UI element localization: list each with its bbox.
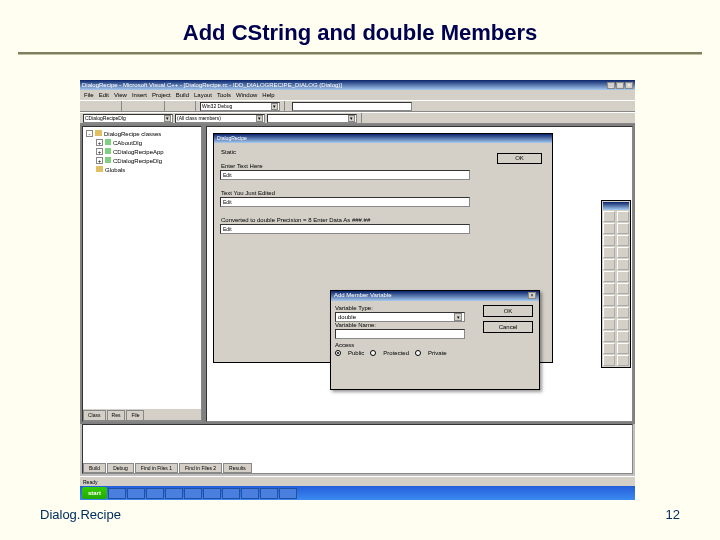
output-tab-debug[interactable]: Debug	[107, 463, 134, 473]
tab-resourceview[interactable]: Res	[107, 410, 126, 420]
find-input[interactable]	[292, 102, 412, 111]
modal-cancel-button[interactable]: Cancel	[483, 321, 533, 333]
tree-item[interactable]: +CAboutDlg	[86, 139, 198, 148]
chevron-down-icon[interactable]: ▾	[454, 313, 462, 321]
task-button[interactable]	[260, 488, 278, 499]
menu-file[interactable]: File	[84, 92, 94, 98]
plus-icon[interactable]: +	[96, 157, 103, 164]
edit-tool-icon[interactable]	[617, 223, 629, 234]
task-button[interactable]	[127, 488, 145, 499]
output-tab-find1[interactable]: Find in Files 1	[135, 463, 178, 473]
class-tree[interactable]: -DialogRecipe classes +CAboutDlg +CDialo…	[83, 127, 201, 409]
combo-tool-icon[interactable]	[603, 259, 615, 270]
menu-window[interactable]: Window	[236, 92, 257, 98]
chevron-down-icon[interactable]: ▾	[271, 103, 278, 110]
menu-insert[interactable]: Insert	[132, 92, 147, 98]
controls-palette[interactable]	[601, 200, 631, 368]
output-tab-results[interactable]: Results	[223, 463, 252, 473]
task-button[interactable]	[108, 488, 126, 499]
start-button[interactable]: start	[82, 487, 107, 499]
undo-icon[interactable]	[169, 101, 179, 111]
menu-tools[interactable]: Tools	[217, 92, 231, 98]
edit-field-3[interactable]: Edit	[220, 224, 470, 234]
paste-icon[interactable]	[150, 101, 160, 111]
tab-tool-icon[interactable]	[603, 319, 615, 330]
list-tool-icon[interactable]	[603, 307, 615, 318]
group-tool-icon[interactable]	[603, 235, 615, 246]
vscroll-tool-icon[interactable]	[617, 271, 629, 282]
pointer-tool-icon[interactable]	[603, 211, 615, 222]
tree-root[interactable]: -DialogRecipe classes	[86, 130, 198, 139]
radio-tool-icon[interactable]	[617, 247, 629, 258]
new-icon[interactable]	[83, 101, 93, 111]
minus-icon[interactable]: -	[86, 130, 93, 137]
maximize-button[interactable]: □	[616, 82, 624, 89]
open-icon[interactable]	[95, 101, 105, 111]
function-combo[interactable]: ▾	[267, 114, 357, 123]
spin-tool-icon[interactable]	[603, 283, 615, 294]
execute-icon[interactable]	[390, 113, 400, 123]
members-combo[interactable]: (All class members) ▾	[175, 114, 265, 123]
menu-build[interactable]: Build	[176, 92, 189, 98]
progress-tool-icon[interactable]	[617, 283, 629, 294]
find-icon[interactable]	[414, 101, 424, 111]
output-tab-build[interactable]: Build	[83, 463, 106, 473]
label-converted[interactable]: Converted to double Precision = 8 Enter …	[220, 217, 371, 223]
tree-item[interactable]: +CDialogRecipeApp	[86, 148, 198, 157]
chevron-down-icon[interactable]: ▾	[348, 115, 355, 122]
dialog-caption[interactable]: DialogRecipe	[214, 134, 552, 143]
task-button[interactable]	[222, 488, 240, 499]
menu-edit[interactable]: Edit	[99, 92, 109, 98]
static-label[interactable]: Static	[220, 149, 237, 155]
plus-icon[interactable]: +	[96, 148, 103, 155]
modal-titlebar[interactable]: Add Member Variable ×	[331, 291, 539, 301]
radio-protected[interactable]	[370, 350, 376, 356]
hotkey-tool-icon[interactable]	[617, 295, 629, 306]
variable-name-input[interactable]	[335, 329, 465, 339]
datetime-tool-icon[interactable]	[617, 331, 629, 342]
animate-tool-icon[interactable]	[617, 319, 629, 330]
close-button[interactable]: ×	[625, 82, 633, 89]
chevron-down-icon[interactable]: ▾	[164, 115, 171, 122]
minimize-button[interactable]: _	[607, 82, 615, 89]
button-tool-icon[interactable]	[617, 235, 629, 246]
output-tab-find2[interactable]: Find in Files 2	[179, 463, 222, 473]
task-button[interactable]	[184, 488, 202, 499]
task-button[interactable]	[146, 488, 164, 499]
config-combo[interactable]: Win32 Debug ▾	[200, 102, 280, 111]
static-tool-icon[interactable]	[603, 223, 615, 234]
output-pane[interactable]: Build Debug Find in Files 1 Find in File…	[82, 424, 633, 474]
picture-tool-icon[interactable]	[617, 211, 629, 222]
task-button[interactable]	[203, 488, 221, 499]
task-button[interactable]	[279, 488, 297, 499]
class-combo[interactable]: CDialogRecipeDlg ▾	[83, 114, 173, 123]
modal-close-icon[interactable]: ×	[528, 292, 536, 299]
redo-icon[interactable]	[181, 101, 191, 111]
modal-ok-button[interactable]: OK	[483, 305, 533, 317]
wizard-icon[interactable]	[366, 113, 376, 123]
label-text-edited[interactable]: Text You Just Edited	[220, 190, 276, 196]
checkbox-tool-icon[interactable]	[603, 247, 615, 258]
dialog-ok-button[interactable]: OK	[497, 153, 542, 164]
label-enter-text[interactable]: Enter Text Here	[220, 163, 264, 169]
plus-icon[interactable]: +	[96, 139, 103, 146]
richedit-tool-icon[interactable]	[603, 331, 615, 342]
tree-item[interactable]: Globals	[86, 166, 198, 175]
menu-layout[interactable]: Layout	[194, 92, 212, 98]
edit-field-1[interactable]: Edit	[220, 170, 470, 180]
tab-classview[interactable]: Class	[83, 410, 106, 420]
chevron-down-icon[interactable]: ▾	[256, 115, 263, 122]
custom-tool-icon[interactable]	[603, 355, 615, 366]
ip-tool-icon[interactable]	[617, 343, 629, 354]
copy-icon[interactable]	[138, 101, 148, 111]
menu-help[interactable]: Help	[262, 92, 274, 98]
extended-tool-icon[interactable]	[617, 355, 629, 366]
radio-public[interactable]	[335, 350, 341, 356]
hscroll-tool-icon[interactable]	[603, 271, 615, 282]
task-button[interactable]	[165, 488, 183, 499]
variable-type-combo[interactable]: double ▾	[335, 312, 465, 322]
tree-tool-icon[interactable]	[617, 307, 629, 318]
tab-fileview[interactable]: File	[126, 410, 144, 420]
menu-project[interactable]: Project	[152, 92, 171, 98]
menu-view[interactable]: View	[114, 92, 127, 98]
